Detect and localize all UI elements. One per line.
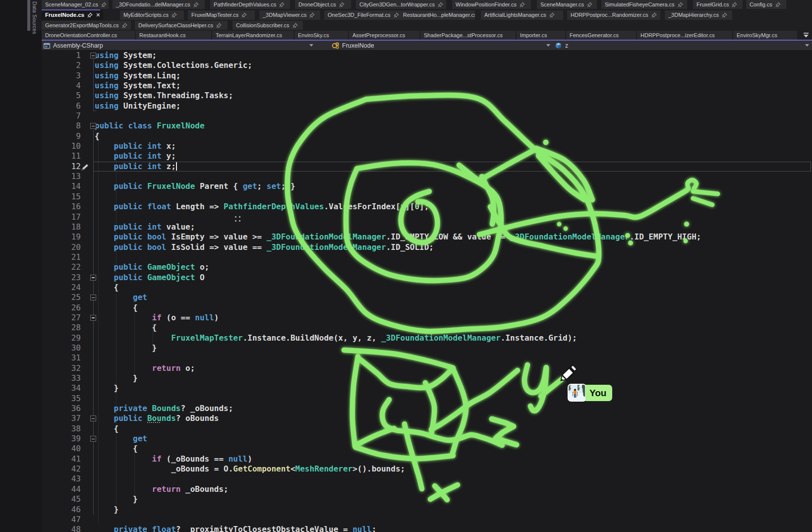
tool-tab-data-sources[interactable]: Data Sources [30,0,42,31]
document-tab-SceneManager-cs[interactable]: SceneManager.cs [537,0,597,9]
document-tab-FruxelMapTester-cs[interactable]: FruxelMapTester.cs [188,10,255,20]
code-token-pln: System.Linq; [118,71,180,80]
code-token-pln: ; [257,181,267,191]
document-tab-HDRPPostproce-izerEditor-cs[interactable]: HDRPPostproce...izerEditor.cs [637,31,733,40]
project-dropdown-arrow-icon[interactable] [309,44,313,47]
document-tab-Importer-cs[interactable]: Importer.cs [517,31,566,40]
document-tab-WindowPositionFinder-cs[interactable]: WindowPositionFinder.cs [452,0,531,9]
line-number: 29 [51,333,81,343]
pin-icon[interactable] [394,12,399,18]
tab-label: HDRPPostproce...izerEditor.cs [640,32,715,38]
pin-icon[interactable] [678,2,683,7]
collapse-box-line-8[interactable] [90,123,96,129]
code-line-19: public bool IsEmpty => value >= _3DFound… [95,232,701,242]
pin-icon[interactable] [438,2,443,7]
code-editor[interactable]: 1using System;2using System.Collections.… [42,51,812,532]
code-token-pln: } [95,373,138,383]
document-tab-HDRPPostproc-Randomizer-cs[interactable]: HDRPPostproc...Randomizer.cs [567,10,660,20]
tab-label: Generator2ExportMapTools.cs [45,22,119,28]
document-tab-MyEditorScripts-cs[interactable]: MyEditorScripts.cs [120,10,184,20]
document-tab-Config-cs[interactable]: Config.cs [746,0,786,9]
navigation-bar: Assembly-CSharp FruxelNode z [42,41,812,51]
close-icon[interactable]: ✕ [96,12,100,18]
pin-icon[interactable] [520,2,525,7]
type-dropdown-arrow-icon[interactable] [546,44,550,47]
code-token-pln: System.Collections.Generic; [118,60,252,70]
pin-icon[interactable] [339,2,345,7]
pin-icon[interactable] [241,12,247,18]
document-tab-CollisionSubscriber-cs[interactable]: CollisionSubscriber.cs [232,21,303,30]
pin-icon[interactable] [122,23,127,28]
code-token-pln [152,121,157,130]
pin-icon[interactable] [87,12,93,18]
collapse-box-line-37[interactable] [90,415,96,421]
type-dropdown[interactable]: FruxelNode [331,41,374,51]
document-tab-CityGen3DGen-torWrapper-cs[interactable]: CityGen3DGen...torWrapper.cs [356,0,446,9]
document-tab-RestaurantHook-cs[interactable]: RestaurantHook.cs [136,31,212,40]
tab-list-chevron-icon[interactable] [803,32,810,38]
tab-label: EnviroSkyMgr.cs [737,32,777,38]
pin-icon[interactable] [587,2,592,7]
collapse-box-line-23[interactable] [90,275,96,281]
code-token-pln: System.Text; [118,81,180,90]
code-token-pln [95,202,114,211]
code-token-kw: using [95,71,118,80]
document-tab-_3DMapHierarchy-cs[interactable]: _3DMapHierarchy.cs [665,10,732,20]
code-token-pln [95,484,152,494]
document-tab-FencesGenerator-cs[interactable]: FencesGenerator.cs [566,31,637,40]
pin-icon[interactable] [292,23,298,28]
pin-icon[interactable] [216,23,222,28]
code-line-27: if (o == null) [95,313,219,323]
presenter-name: You [589,388,606,399]
document-tab-ArtificialLightsManager-cs[interactable]: ArtificialLightsManager.cs [481,10,563,20]
member-dropdown[interactable]: z [554,41,568,51]
code-token-pln: } [95,383,118,393]
project-dropdown[interactable]: Assembly-CSharp [43,41,103,51]
pin-icon[interactable] [722,12,727,18]
document-tab-PathfinderDepthValues-cs[interactable]: PathfinderDepthValues.cs [210,0,290,9]
code-token-kw: null [229,454,248,464]
field-icon [554,42,563,50]
document-tab-FruxelGrid-cs[interactable]: FruxelGrid.cs [693,0,743,9]
document-tab-Generator2ExportMapTools-cs[interactable]: Generator2ExportMapTools.cs [42,21,131,30]
code-token-pln: .ID_EMPTY_HIGH; [630,232,701,241]
line-number: 44 [51,484,81,494]
document-tab-OneSec3D_FileFormat-cs[interactable]: OneSec3D_FileFormat.cs [324,10,402,20]
document-tab-DeliverySurfaceClassHelper-cs[interactable]: DeliverySurfaceClassHelper.cs [135,21,228,30]
document-tab-TerrainLayerRandomizer-cs[interactable]: TerrainLayerRandomizer.cs [212,31,294,40]
pin-icon[interactable] [651,12,657,18]
collapse-box-line-25[interactable] [90,295,96,300]
tab-label: CollisionSubscriber.cs [236,22,290,28]
collapse-box-line-27[interactable] [90,315,96,321]
pin-icon[interactable] [193,2,199,7]
collapse-box-line-1[interactable] [90,53,96,59]
pin-icon[interactable] [732,2,737,7]
pin-icon[interactable] [549,12,555,18]
code-line-29: FruxelMapTester.Instance.BuildNode(x, y,… [95,333,577,343]
code-token-pln [95,162,114,171]
document-tab-EnviroSkyMgr-cs[interactable]: EnviroSkyMgr.cs [733,31,798,40]
code-token-pln [142,414,147,423]
document-tab-DroneObject-cs[interactable]: DroneObject.cs [295,0,351,9]
document-tab-SceneManager_02-cs[interactable]: SceneManager_02.cs [42,0,109,9]
code-token-pln: ? _proximityToClosestObstacleValue = [176,525,352,532]
code-token-pln: _oBounds = O. [95,464,233,473]
pin-icon[interactable] [101,2,107,7]
document-tab-RestaurantHo-pleManager-cs[interactable]: RestaurantHo...pleManager.cs [400,10,475,20]
line-number: 26 [51,303,81,313]
document-tab-_3DFoundatio-delManager-cs[interactable]: _3DFoundatio...delManager.cs [113,0,205,9]
document-tab-ShaderPackage-stProcessor-cs[interactable]: ShaderPackage...stProcessor.cs [420,31,517,40]
document-tab-AssetPreprocessor-cs[interactable]: AssetPreprocessor.cs [349,31,420,40]
document-tab-EnviroSky-cs[interactable]: EnviroSky.cs [294,31,349,40]
document-tab-FruxelNode-cs[interactable]: FruxelNode.cs ✕ [42,10,103,20]
pin-icon[interactable] [775,2,781,7]
collapse-box-line-39[interactable] [90,436,96,442]
pin-icon[interactable] [279,2,285,7]
code-token-pln: z; [162,162,176,171]
pin-icon[interactable] [309,12,315,18]
document-tab-_3DMapViewer-cs[interactable]: _3DMapViewer.cs [259,10,320,20]
document-tab-SimulatedFisheyeCamera-cs[interactable]: SimulatedFisheyeCamera.cs [601,0,687,9]
member-dropdown-arrow-icon[interactable] [805,44,809,47]
pin-icon[interactable] [172,12,177,18]
document-tab-DroneOrientationController-cs[interactable]: DroneOrientationController.cs [42,31,136,40]
